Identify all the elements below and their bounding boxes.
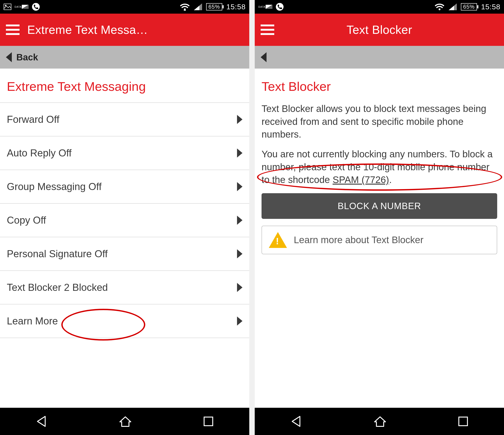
phone-screen-right: DATA 65% 15:58 Text Blocker Text Blocker: [255, 0, 504, 435]
list-item-label: Auto Reply Off: [7, 147, 72, 159]
phone-icon: [276, 3, 284, 11]
warning-icon: [269, 232, 287, 248]
list-item-label: Copy Off: [7, 215, 46, 226]
phone-icon: [32, 3, 40, 11]
back-label: Back: [16, 52, 38, 63]
status-left-icons: DATA: [258, 3, 284, 11]
data-icon: DATA: [15, 5, 29, 9]
page-title: Text Blocker: [255, 69, 504, 102]
status-clock: 15:58: [226, 3, 246, 11]
svg-marker-16: [292, 416, 300, 426]
phone-screen-left: DATA 65% 15:58 Extreme Text Messa… Back …: [0, 0, 249, 435]
signal-icon: [194, 3, 202, 10]
list-item-group-messaging[interactable]: Group Messaging Off: [0, 170, 249, 204]
chevron-right-icon: [237, 115, 243, 124]
back-bar[interactable]: [255, 46, 504, 69]
back-bar[interactable]: Back: [0, 46, 249, 69]
learn-more-label: Learn more about Text Blocker: [294, 235, 423, 245]
chevron-right-icon: [237, 182, 243, 191]
nav-recent-icon[interactable]: [458, 416, 469, 427]
list-item-forward[interactable]: Forward Off: [0, 103, 249, 136]
svg-point-4: [32, 3, 40, 11]
svg-marker-7: [194, 6, 199, 10]
spam-shortcode-link[interactable]: SPAM (7726): [333, 174, 389, 185]
battery-indicator: 65%: [461, 3, 477, 10]
svg-marker-8: [37, 416, 45, 426]
nav-home-icon[interactable]: [118, 415, 132, 428]
content-area: Text Blocker allows you to block text me…: [255, 102, 504, 435]
svg-point-1: [5, 5, 6, 6]
list-item-auto-reply[interactable]: Auto Reply Off: [0, 136, 249, 170]
picture-icon: [4, 4, 11, 10]
desc-text: .: [389, 174, 392, 185]
block-number-button[interactable]: BLOCK A NUMBER: [261, 193, 497, 219]
nav-recent-icon[interactable]: [203, 416, 214, 427]
signal-icon: [449, 3, 457, 10]
chevron-right-icon: [237, 317, 243, 326]
android-nav-bar: [255, 408, 504, 435]
learn-more-box[interactable]: Learn more about Text Blocker: [261, 226, 497, 254]
status-right-icons: 65% 15:58: [180, 3, 246, 11]
svg-marker-15: [449, 6, 454, 10]
nav-back-icon[interactable]: [290, 415, 303, 428]
app-bar: Text Blocker: [255, 14, 504, 46]
nav-home-icon[interactable]: [373, 415, 387, 428]
status-clock: 15:58: [481, 3, 500, 11]
description-2: You are not currently blocking any numbe…: [261, 148, 497, 186]
list-item-label: Text Blocker 2 Blocked: [7, 282, 108, 293]
chevron-right-icon: [237, 283, 243, 292]
list-item-personal-signature[interactable]: Personal Signature Off: [0, 237, 249, 271]
status-left-icons: DATA: [4, 3, 40, 11]
settings-list: Forward Off Auto Reply Off Group Messagi…: [0, 102, 249, 338]
battery-indicator: 65%: [206, 3, 222, 10]
list-item-label: Personal Signature Off: [7, 248, 108, 260]
chevron-right-icon: [237, 148, 243, 158]
list-item-learn-more[interactable]: Learn More: [0, 304, 249, 338]
page-title: Extreme Text Messaging: [0, 69, 249, 102]
svg-rect-17: [459, 417, 468, 426]
wifi-icon: [180, 3, 190, 11]
status-right-icons: 65% 15:58: [434, 3, 500, 11]
svg-point-5: [184, 9, 186, 10]
hamburger-menu-icon[interactable]: [261, 25, 274, 35]
app-bar: Extreme Text Messa…: [0, 14, 249, 46]
nav-back-icon[interactable]: [35, 415, 48, 428]
chevron-right-icon: [237, 249, 243, 258]
list-item-label: Learn More: [7, 315, 58, 327]
back-arrow-icon: [6, 52, 12, 62]
svg-point-13: [439, 9, 441, 10]
list-item-text-blocker[interactable]: Text Blocker 2 Blocked: [0, 271, 249, 304]
wifi-icon: [434, 3, 444, 11]
back-arrow-icon: [261, 52, 267, 62]
svg-point-12: [276, 3, 284, 11]
android-nav-bar: [0, 408, 249, 435]
appbar-title: Extreme Text Messa…: [27, 23, 243, 36]
status-bar: DATA 65% 15:58: [0, 0, 249, 14]
list-item-copy[interactable]: Copy Off: [0, 204, 249, 237]
list-item-label: Group Messaging Off: [7, 181, 101, 192]
description-1: Text Blocker allows you to block text me…: [261, 102, 497, 141]
list-item-label: Forward Off: [7, 114, 59, 125]
svg-rect-9: [204, 417, 213, 426]
hamburger-menu-icon[interactable]: [6, 25, 19, 35]
appbar-title: Text Blocker: [282, 23, 498, 36]
data-icon: DATA: [258, 5, 272, 9]
chevron-right-icon: [237, 216, 243, 225]
status-bar: DATA 65% 15:58: [255, 0, 504, 14]
